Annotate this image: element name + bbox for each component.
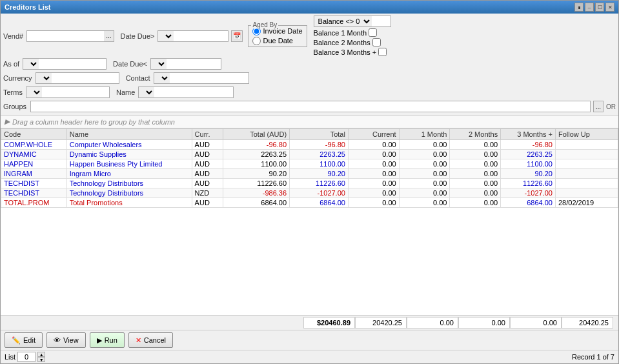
- table-cell: DYNAMIC: [1, 150, 67, 159]
- table-cell: TOTAL.PROM: [1, 198, 67, 208]
- col-2months[interactable]: 2 Months: [450, 129, 501, 140]
- table-cell: Ingram Micro: [66, 169, 192, 179]
- balance-filter-dropdown[interactable]: Balance <> 0 Balance = 0 All: [314, 15, 391, 27]
- table-cell: AUD: [192, 179, 223, 188]
- as-of-label: As of: [3, 60, 21, 68]
- balance-filter-select[interactable]: Balance <> 0 Balance = 0 All: [314, 16, 372, 26]
- restore-btn[interactable]: ∎: [574, 3, 583, 12]
- table-cell: 0.00: [450, 150, 501, 159]
- as-of-select[interactable]: [23, 59, 39, 69]
- balance-3months-label: Balance 3 Months +: [314, 48, 377, 56]
- balance-1month-row: Balance 1 Month: [314, 28, 391, 37]
- table-cell: 28/02/2019: [555, 198, 618, 208]
- name-dropdown[interactable]: [138, 86, 234, 98]
- footer-month2: 0.00: [510, 317, 562, 329]
- table-row[interactable]: DYNAMICDynamic SuppliesAUD2263.252263.25…: [1, 150, 618, 159]
- table-row[interactable]: TECHDISTTechnology DistributorsAUD11226.…: [1, 179, 618, 188]
- table-cell: [555, 179, 618, 188]
- run-icon: ▶: [97, 336, 102, 345]
- aged-by-legend: Aged By: [251, 21, 278, 28]
- table-header-row: Code Name Curr. Total (AUD) Total Curren…: [1, 129, 618, 140]
- run-button[interactable]: ▶ Run: [90, 332, 125, 348]
- col-1month[interactable]: 1 Month: [399, 129, 450, 140]
- name-select[interactable]: [139, 87, 154, 97]
- table-cell: 0.00: [450, 179, 501, 188]
- table-cell: 0.00: [348, 179, 399, 188]
- or-label: OR: [606, 103, 616, 110]
- table-row[interactable]: HAPPENHappen Business Pty LimitedAUD1100…: [1, 159, 618, 169]
- close-btn[interactable]: ✕: [605, 3, 614, 12]
- spin-down-btn[interactable]: ▼: [37, 357, 45, 362]
- table-cell: 0.00: [399, 150, 450, 159]
- table-cell: 0.00: [399, 179, 450, 188]
- vend-browse-btn[interactable]: ...: [104, 30, 114, 42]
- terms-label: Terms: [3, 88, 24, 96]
- col-3months[interactable]: 3 Months +: [501, 129, 556, 140]
- list-control: List ▲ ▼: [5, 352, 45, 362]
- col-total-aud[interactable]: Total (AUD): [223, 129, 290, 140]
- invoice-date-label: Invoice Date: [263, 27, 302, 35]
- currency-select[interactable]: [36, 73, 52, 83]
- table-cell: TECHDIST: [1, 179, 67, 188]
- edit-button[interactable]: ✏️ Edit: [5, 332, 43, 348]
- date-due-lt-select[interactable]: [151, 59, 167, 69]
- table-cell: 0.00: [399, 169, 450, 179]
- balance-filter-row: Balance <> 0 Balance = 0 All: [314, 15, 391, 27]
- toolbar-row-4: Terms Name: [3, 86, 616, 99]
- vend-input[interactable]: [26, 30, 104, 42]
- table-cell: 0.00: [348, 150, 399, 159]
- table-row[interactable]: COMP.WHOLEComputer WholesalersAUD-96.80-…: [1, 140, 618, 150]
- balance-1month-checkbox[interactable]: [369, 28, 377, 37]
- as-of-dropdown[interactable]: [23, 58, 107, 70]
- table-row[interactable]: TECHDISTTechnology DistributorsNZD-986.3…: [1, 188, 618, 198]
- list-label: List: [5, 353, 15, 361]
- col-curr[interactable]: Curr.: [192, 129, 223, 140]
- terms-select[interactable]: [26, 87, 42, 97]
- col-name[interactable]: Name: [66, 129, 192, 140]
- contact-dropdown[interactable]: [154, 72, 249, 84]
- due-date-label: Due Date: [263, 37, 292, 45]
- table-cell: 0.00: [450, 169, 501, 179]
- table-cell: [555, 159, 618, 169]
- groups-input[interactable]: [30, 101, 591, 112]
- vend-input-group: ...: [26, 30, 114, 42]
- table-cell: 0.00: [348, 159, 399, 169]
- col-current[interactable]: Current: [348, 129, 399, 140]
- table-cell: 6864.00: [223, 198, 290, 208]
- terms-dropdown[interactable]: [26, 86, 110, 98]
- date-due-gt-select[interactable]: [158, 31, 174, 41]
- table-container[interactable]: Code Name Curr. Total (AUD) Total Curren…: [1, 128, 618, 315]
- calendar-icon[interactable]: 📅: [231, 30, 243, 42]
- balance-2months-row: Balance 2 Months: [314, 38, 391, 46]
- table-cell: -986.36: [223, 188, 290, 198]
- currency-dropdown[interactable]: [36, 72, 119, 84]
- col-follow-up[interactable]: Follow Up: [555, 129, 618, 140]
- table-cell: 0.00: [348, 198, 399, 208]
- groups-ellipsis-btn[interactable]: ...: [593, 101, 604, 112]
- due-date-radio[interactable]: [252, 37, 261, 45]
- table-cell: 0.00: [450, 140, 501, 150]
- table-cell: 2263.25: [501, 150, 556, 159]
- view-icon: 👁: [54, 336, 61, 344]
- table-row[interactable]: INGRAMIngram MicroAUD90.2090.200.000.000…: [1, 169, 618, 179]
- table-cell: AUD: [192, 198, 223, 208]
- balance-2months-checkbox[interactable]: [372, 38, 381, 46]
- balance-3months-checkbox[interactable]: [378, 48, 387, 56]
- spin-up-btn[interactable]: ▲: [37, 352, 45, 357]
- table-cell: -96.80: [501, 140, 556, 150]
- cancel-button[interactable]: ✕ Cancel: [128, 332, 173, 348]
- table-row[interactable]: TOTAL.PROMTotal PromotionsAUD6864.006864…: [1, 198, 618, 208]
- contact-select[interactable]: [154, 73, 170, 83]
- date-due-lt-dropdown[interactable]: [150, 58, 221, 70]
- col-code[interactable]: Code: [1, 129, 67, 140]
- list-input[interactable]: [17, 352, 36, 362]
- maximize-btn[interactable]: ☐: [595, 3, 604, 12]
- footer-bar: $20460.89 20420.25 0.00 0.00 0.00 20420.…: [1, 315, 618, 330]
- view-button[interactable]: 👁 View: [46, 332, 86, 348]
- date-due-gt-dropdown[interactable]: [157, 30, 228, 42]
- col-total[interactable]: Total: [290, 129, 349, 140]
- groups-label: Groups: [3, 103, 28, 110]
- table-cell: 11226.60: [501, 179, 556, 188]
- minimize-btn[interactable]: –: [585, 3, 594, 12]
- table-cell: AUD: [192, 150, 223, 159]
